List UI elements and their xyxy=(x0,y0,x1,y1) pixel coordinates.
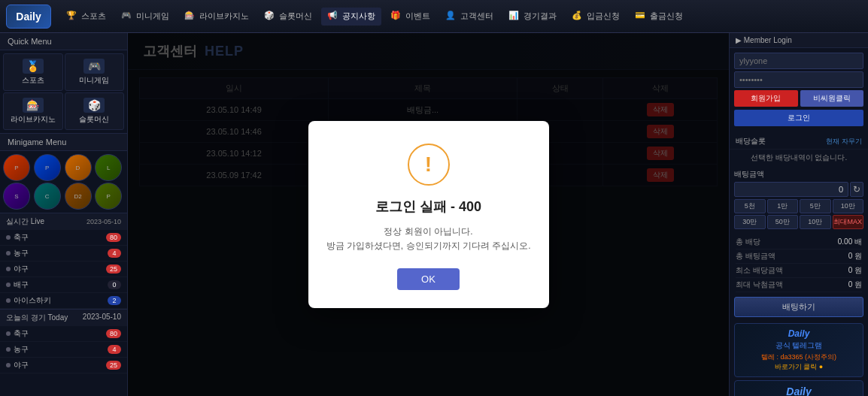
nav-support[interactable]: 👤 고객센터 xyxy=(439,8,499,26)
livecasino-icon: 🎰 xyxy=(184,11,196,23)
minigame-section-title: Minigame Menu xyxy=(0,133,127,151)
sport-dot xyxy=(6,267,11,271)
nav-events[interactable]: 🎁 이벤트 xyxy=(384,8,436,26)
nav-livecasino[interactable]: 🎰 라이브카지노 xyxy=(178,8,255,26)
quick-livecasino[interactable]: 🎰 라이브카지노 xyxy=(3,92,63,130)
quick-slots-icon: 🎲 xyxy=(83,98,105,113)
sports-icon: 🏆 xyxy=(66,11,78,23)
chip-300k[interactable]: 30만 xyxy=(734,215,766,229)
today-header: 오늘의 경기 Today 2023-05-10 xyxy=(0,310,127,326)
minigame-grid: P P D L S C D2 P xyxy=(0,151,127,213)
quick-livecasino-icon: 🎰 xyxy=(23,98,44,113)
today-section: 오늘의 경기 Today 2023-05-10 축구 80 농구 4 xyxy=(0,309,127,373)
minigame-item-4[interactable]: L xyxy=(95,154,122,181)
chip-500k[interactable]: 50만 xyxy=(767,215,799,229)
sport-dot xyxy=(6,251,11,255)
odds-row-total-bet: 총 배팅금액 0 원 xyxy=(736,249,862,264)
nav-withdraw[interactable]: 💳 출금신청 xyxy=(629,8,689,26)
no-pattern-message: 선택한 배당내역이 없습니다. xyxy=(730,150,868,166)
minigame-item-2[interactable]: P xyxy=(34,154,61,181)
cspage-button[interactable]: 비씨원클릭 xyxy=(800,90,864,107)
live-header: 실시간 Live 2023-05-10 xyxy=(0,213,127,230)
chip-10k[interactable]: 1만 xyxy=(767,199,799,213)
support-icon: 👤 xyxy=(445,11,457,23)
banner-recruit[interactable]: Daily 대구모 모집중 xyxy=(734,380,863,396)
chip-1m[interactable]: 10만 xyxy=(800,215,831,229)
quick-menu-title: Quick Menu xyxy=(0,33,127,50)
login-button[interactable]: 로그인 xyxy=(734,110,863,126)
refresh-button[interactable]: ↻ xyxy=(850,182,863,197)
nav-minigame[interactable]: 🎮 미니게임 xyxy=(115,8,175,26)
quick-slots[interactable]: 🎲 슬롯머신 xyxy=(65,92,125,130)
minigame-item-3[interactable]: D xyxy=(65,154,92,181)
events-icon: 🎁 xyxy=(390,11,402,23)
nav-slots[interactable]: 🎲 슬롯머신 xyxy=(258,8,318,26)
chip-row-2: 30만 50만 10만 최대MAX xyxy=(734,215,863,229)
minigame-item-1[interactable]: P xyxy=(3,154,30,181)
bet-amount-section: 배팅금액 ↻ 5천 1만 5만 10만 30만 50만 10만 최대MAX xyxy=(730,166,868,234)
results-icon: 📊 xyxy=(508,11,520,23)
odds-row-min-win: 최소 배당금액 0 원 xyxy=(736,264,862,278)
live-section: 실시간 Live 2023-05-10 축구 80 농구 4 xyxy=(0,213,127,309)
logo[interactable]: Daily xyxy=(6,5,51,29)
live-sport-hockey[interactable]: 아이스하키 2 xyxy=(0,293,127,309)
sport-dot xyxy=(6,363,11,367)
quick-minigame-icon: 🎮 xyxy=(83,59,105,74)
main-content: 고객센터 HELP 일시 제목 상태 삭제 23.05.10 14:49 배팅금… xyxy=(128,33,729,396)
live-sport-volleyball[interactable]: 배구 0 xyxy=(0,277,127,293)
quick-minigame[interactable]: 🎮 미니게임 xyxy=(65,53,125,91)
chip-100k[interactable]: 10만 xyxy=(833,199,864,213)
quick-sports-icon: 🏅 xyxy=(23,59,44,74)
live-sport-baseball[interactable]: 야구 25 xyxy=(0,261,127,277)
odds-row-total-odds: 총 배당 0.00 배 xyxy=(736,235,862,249)
banner-telegram-title: 공식 텔레그램 xyxy=(739,340,858,351)
password-input[interactable] xyxy=(734,71,863,88)
live-sport-soccer[interactable]: 축구 80 xyxy=(0,230,127,246)
modal-overlay: ! 로그인 실패 - 400 정상 회원이 아닙니다. 방금 가입하셨다면, 승… xyxy=(128,33,729,396)
right-sidebar: ▶ Member Login 회원가입 비씨원클릭 로그인 배당슬롯 현재 자무… xyxy=(729,33,868,396)
notice-icon: 📢 xyxy=(327,11,339,23)
chip-max[interactable]: 최대MAX xyxy=(833,215,864,229)
slots-icon: 🎲 xyxy=(264,11,276,23)
minigame-icon: 🎮 xyxy=(121,11,133,23)
modal-message: 정상 회원이 아닙니다. 방금 가입하셨다면, 승인되기까지 기다려 주십시오. xyxy=(326,225,531,253)
odds-section: 총 배당 0.00 배 총 배팅금액 0 원 최소 배당금액 0 원 최대 낙첨… xyxy=(730,234,868,294)
bet-amount-label: 배팅금액 xyxy=(734,169,863,180)
sport-dot xyxy=(6,283,11,287)
nav-notice[interactable]: 📢 공지사항 xyxy=(321,8,381,26)
nav-results[interactable]: 📊 경기결과 xyxy=(502,8,563,26)
chip-5k[interactable]: 5천 xyxy=(734,199,766,213)
register-button[interactable]: 회원가입 xyxy=(734,90,798,107)
sport-dot xyxy=(6,347,11,352)
left-sidebar: Quick Menu 🏅 스포츠 🎮 미니게임 🎰 라이브카지노 🎲 슬롯머신 … xyxy=(0,33,128,396)
bet-amount-input[interactable] xyxy=(734,182,848,197)
login-form: 회원가입 비씨원클릭 로그인 xyxy=(730,48,868,134)
banner-telegram[interactable]: Daily 공식 텔레그램 텔레 : da3365 (사정주의) 바로가기 클릭… xyxy=(734,323,863,377)
modal-ok-button[interactable]: OK xyxy=(397,268,460,290)
bet-submit-button[interactable]: 배팅하기 xyxy=(734,297,863,317)
balance-row: 배당슬롯 현재 자무기 xyxy=(730,134,868,150)
modal-warning-icon: ! xyxy=(408,144,450,186)
banner-section: Daily 공식 텔레그램 텔레 : da3365 (사정주의) 바로가기 클릭… xyxy=(730,320,868,396)
today-sport-baseball[interactable]: 야구 25 xyxy=(0,358,127,373)
live-sport-basketball[interactable]: 농구 4 xyxy=(0,246,127,261)
sport-dot xyxy=(6,298,11,303)
sport-dot xyxy=(6,331,11,336)
minigame-item-6[interactable]: C xyxy=(34,183,61,210)
username-input[interactable] xyxy=(734,53,863,69)
today-sport-basketball[interactable]: 농구 4 xyxy=(0,342,127,358)
deposit-icon: 💰 xyxy=(572,11,584,23)
chip-50k[interactable]: 5만 xyxy=(800,199,831,213)
nav-sports[interactable]: 🏆 스포츠 xyxy=(60,8,112,26)
minigame-item-7[interactable]: D2 xyxy=(65,183,92,210)
quick-sports[interactable]: 🏅 스포츠 xyxy=(3,53,63,91)
banner-daily-title-2: Daily xyxy=(739,385,858,396)
main-layout: Quick Menu 🏅 스포츠 🎮 미니게임 🎰 라이브카지노 🎲 슬롯머신 … xyxy=(0,33,868,396)
sport-dot xyxy=(6,235,11,240)
nav-deposit[interactable]: 💰 입금신청 xyxy=(566,8,626,26)
banner-daily-title: Daily xyxy=(739,328,858,339)
today-sport-soccer[interactable]: 축구 80 xyxy=(0,326,127,342)
top-nav: Daily 🏆 스포츠 🎮 미니게임 🎰 라이브카지노 🎲 슬롯머신 📢 공지사… xyxy=(0,0,868,33)
minigame-item-5[interactable]: S xyxy=(3,183,30,210)
minigame-item-8[interactable]: P xyxy=(95,183,122,210)
